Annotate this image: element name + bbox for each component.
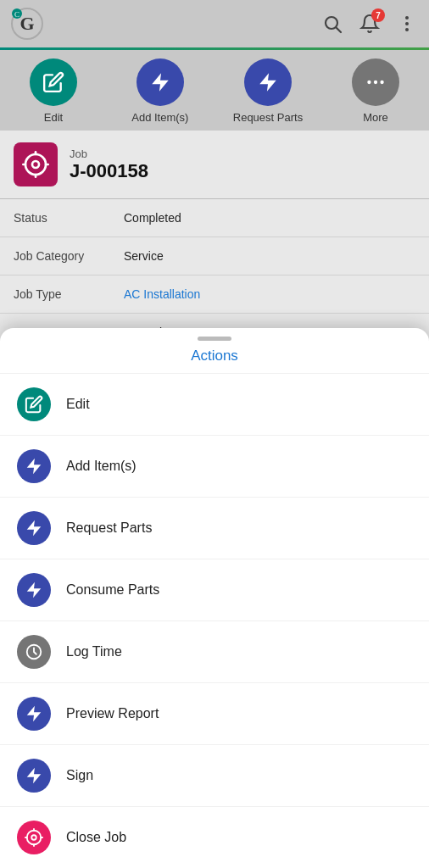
toolbar-more[interactable]: More <box>342 58 410 124</box>
job-text: Job J-000158 <box>70 147 148 182</box>
svg-point-15 <box>32 161 39 168</box>
svg-marker-22 <box>27 582 42 598</box>
action-close-job-label: Close Job <box>66 830 126 845</box>
svg-point-13 <box>380 81 383 84</box>
job-id: J-000158 <box>70 160 148 182</box>
svg-point-11 <box>367 81 370 84</box>
action-edit[interactable]: Edit <box>0 373 429 435</box>
svg-point-8 <box>405 28 409 31</box>
request-parts-label: Request Parts <box>233 111 303 124</box>
category-row: Job Category Service <box>0 237 429 275</box>
svg-marker-25 <box>27 768 42 783</box>
svg-text:C: C <box>14 10 20 19</box>
action-consume-parts[interactable]: Consume Parts <box>0 559 429 620</box>
svg-marker-21 <box>27 520 42 536</box>
svg-point-7 <box>405 22 409 25</box>
svg-point-14 <box>25 154 46 175</box>
action-add-items-icon <box>17 449 51 483</box>
svg-point-27 <box>31 835 36 840</box>
add-items-icon-circle <box>136 58 184 106</box>
notification-badge: 7 <box>371 8 385 22</box>
status-row: Status Completed <box>0 199 429 237</box>
more-options-icon[interactable] <box>395 12 419 36</box>
notification-icon[interactable]: 7 <box>358 12 382 36</box>
header-icons: 7 <box>320 12 419 36</box>
action-close-job-icon <box>17 821 51 854</box>
action-preview-report-icon <box>17 697 51 731</box>
job-subtitle: Job <box>70 147 148 160</box>
app-header: G C 7 <box>0 0 429 47</box>
toolbar-add-items[interactable]: Add Item(s) <box>126 58 194 124</box>
edit-icon-circle <box>30 58 77 106</box>
action-consume-parts-label: Consume Parts <box>66 582 159 598</box>
action-preview-report[interactable]: Preview Report <box>0 682 429 744</box>
action-add-items[interactable]: Add Item(s) <box>0 435 429 497</box>
app-logo: G C <box>10 7 44 41</box>
actions-bottom-sheet: Actions Edit Add Item(s) <box>0 328 429 868</box>
request-parts-icon-circle <box>244 58 292 106</box>
action-preview-report-label: Preview Report <box>66 706 159 721</box>
action-edit-label: Edit <box>66 397 90 412</box>
action-log-time-label: Log Time <box>66 644 122 659</box>
more-label: More <box>363 111 388 124</box>
type-row: Job Type AC Installation <box>0 275 429 314</box>
action-edit-icon <box>17 387 51 421</box>
status-value: Completed <box>124 211 181 225</box>
svg-point-12 <box>374 81 377 84</box>
search-icon[interactable] <box>320 12 344 36</box>
category-value: Service <box>124 249 164 263</box>
action-sign-icon <box>17 759 51 793</box>
type-value[interactable]: AC Installation <box>124 287 200 301</box>
main-toolbar: Edit Add Item(s) Request Parts More <box>0 50 429 131</box>
sheet-handle <box>0 328 429 344</box>
category-label: Job Category <box>14 249 124 263</box>
type-label: Job Type <box>14 287 124 301</box>
svg-point-26 <box>27 831 42 845</box>
action-consume-parts-icon <box>17 573 51 607</box>
svg-point-6 <box>405 16 409 19</box>
more-icon-circle <box>352 58 399 106</box>
edit-label: Edit <box>44 111 63 124</box>
svg-marker-10 <box>259 73 276 92</box>
sheet-title: Actions <box>0 344 429 373</box>
svg-marker-24 <box>27 706 42 721</box>
drag-handle <box>198 337 231 341</box>
toolbar-request-parts[interactable]: Request Parts <box>233 58 303 124</box>
action-request-parts-label: Request Parts <box>66 520 152 536</box>
action-sign-label: Sign <box>66 768 93 783</box>
toolbar-edit[interactable]: Edit <box>20 58 87 124</box>
action-close-job[interactable]: Close Job <box>0 806 429 868</box>
status-label: Status <box>14 211 124 225</box>
action-sign[interactable]: Sign <box>0 744 429 806</box>
actions-list: Edit Add Item(s) Request Parts <box>0 373 429 868</box>
svg-text:G: G <box>20 13 34 34</box>
svg-marker-20 <box>27 459 42 474</box>
svg-line-5 <box>337 28 342 33</box>
action-add-items-label: Add Item(s) <box>66 459 136 474</box>
action-request-parts-icon <box>17 511 51 545</box>
action-request-parts[interactable]: Request Parts <box>0 497 429 559</box>
action-log-time[interactable]: Log Time <box>0 620 429 682</box>
add-items-label: Add Item(s) <box>131 111 188 124</box>
svg-marker-9 <box>152 73 169 92</box>
action-log-time-icon <box>17 635 51 669</box>
job-icon <box>14 142 58 186</box>
job-card: Job J-000158 <box>0 131 429 199</box>
